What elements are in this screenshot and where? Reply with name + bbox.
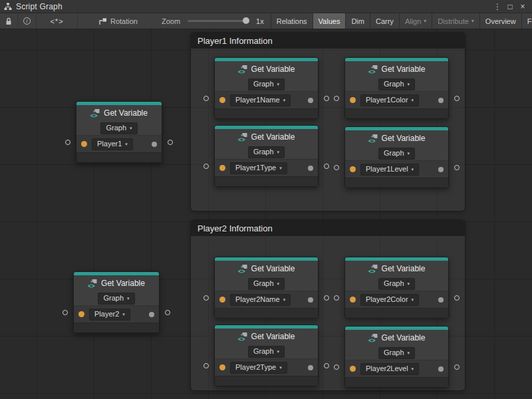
node-player2level[interactable]: <> Get Variable Graph Player2Level <box>344 326 449 388</box>
input-port-ring[interactable] <box>63 310 68 315</box>
name-input-port[interactable] <box>219 165 225 171</box>
values-button[interactable]: Values <box>313 13 346 29</box>
window-menu-icon[interactable]: ⋮ <box>492 1 503 12</box>
name-input-port[interactable] <box>219 364 225 370</box>
variable-name-dropdown[interactable]: Player1Type <box>230 162 287 174</box>
output-port-ring[interactable] <box>324 363 329 368</box>
node-player1name[interactable]: <> Get Variable Graph Player1Name <box>214 57 319 119</box>
group-header[interactable]: Player1 Information <box>191 33 465 49</box>
input-port-ring[interactable] <box>334 364 339 370</box>
variable-kind-dropdown[interactable]: Graph <box>248 346 285 358</box>
node-title: Get Variable <box>104 108 148 118</box>
variable-name-dropdown[interactable]: Player2Color <box>360 294 419 306</box>
output-port-ring[interactable] <box>324 164 329 169</box>
fallback-port[interactable] <box>438 167 444 172</box>
close-icon[interactable]: × <box>517 1 528 12</box>
input-port-ring[interactable] <box>203 96 209 101</box>
output-port-ring[interactable] <box>454 96 460 101</box>
variable-name-dropdown[interactable]: Player1Level <box>360 164 419 176</box>
variable-kind-dropdown[interactable]: Graph <box>248 278 285 290</box>
svg-text:<>: <> <box>238 136 245 142</box>
fallback-port[interactable] <box>308 98 313 103</box>
node-player2type[interactable]: <> Get Variable Graph Player2Type <box>214 325 319 386</box>
output-port-ring[interactable] <box>324 295 329 301</box>
fallback-port[interactable] <box>308 166 313 171</box>
fallback-port[interactable] <box>152 142 157 147</box>
node-player2color[interactable]: <> Get Variable Graph Player2Color <box>344 257 449 319</box>
zoom-slider-handle[interactable] <box>243 17 249 24</box>
fallback-port[interactable] <box>438 297 444 303</box>
node-title: Get Variable <box>382 264 426 273</box>
variable-name-dropdown[interactable]: Player2Name <box>230 294 291 306</box>
lock-button[interactable] <box>0 13 18 29</box>
align-dropdown[interactable]: Align <box>399 13 432 29</box>
variable-name-dropdown[interactable]: Player1Name <box>230 94 291 106</box>
window-titlebar: Script Graph ⋮ □ × <box>0 0 532 13</box>
fallback-port[interactable] <box>308 365 313 370</box>
output-port-ring[interactable] <box>454 295 460 301</box>
fallback-port[interactable] <box>438 98 444 103</box>
input-port-ring[interactable] <box>334 165 339 170</box>
fallback-port[interactable] <box>438 366 444 372</box>
node-player2name[interactable]: <> Get Variable Graph Player2Name <box>214 257 319 319</box>
variable-name-dropdown[interactable]: Player1Color <box>360 94 419 106</box>
edit-graph-button[interactable]: <*> <box>37 13 78 29</box>
name-input-port[interactable] <box>78 311 84 317</box>
node-player1level[interactable]: <> Get Variable Graph Player1Level <box>344 126 449 188</box>
zoom-label: Zoom <box>162 17 180 25</box>
graph-canvas[interactable]: Player1 Information Player2 Information … <box>0 29 532 399</box>
name-input-port[interactable] <box>350 166 356 172</box>
input-port-ring[interactable] <box>65 140 70 145</box>
node-title: Get Variable <box>382 65 426 74</box>
fallback-port[interactable] <box>149 312 154 317</box>
info-button[interactable]: i <box>18 13 37 29</box>
node-title: Get Variable <box>382 333 426 342</box>
node-player1[interactable]: <> Get Variable Graph Player1 <box>76 101 162 163</box>
fallback-port[interactable] <box>308 297 313 303</box>
variable-kind-dropdown[interactable]: Graph <box>378 278 415 290</box>
full-screen-button[interactable]: Full Screen <box>521 13 532 29</box>
get-variable-icon: <> <box>368 264 378 274</box>
dim-button[interactable]: Dim <box>345 13 370 29</box>
input-port-ring[interactable] <box>203 164 209 169</box>
input-port-ring[interactable] <box>334 295 339 301</box>
name-input-port[interactable] <box>219 97 225 103</box>
variable-kind-dropdown[interactable]: Graph <box>378 78 415 90</box>
name-input-port[interactable] <box>81 141 87 147</box>
node-title: Get Variable <box>251 65 295 74</box>
node-player1color[interactable]: <> Get Variable Graph Player1Color <box>344 57 449 119</box>
svg-text:<>: <> <box>238 68 245 74</box>
name-input-port[interactable] <box>350 297 356 303</box>
name-input-port[interactable] <box>350 97 356 103</box>
output-port-ring[interactable] <box>454 364 460 370</box>
overview-button[interactable]: Overview <box>479 13 521 29</box>
variable-name-dropdown[interactable]: Player2Type <box>230 362 287 374</box>
relations-button[interactable]: Relations <box>271 13 313 29</box>
output-port-ring[interactable] <box>168 140 173 145</box>
input-port-ring[interactable] <box>203 295 209 301</box>
distribute-dropdown[interactable]: Distribute <box>432 13 479 29</box>
variable-kind-dropdown[interactable]: Graph <box>378 347 415 359</box>
output-port-ring[interactable] <box>324 96 329 101</box>
node-player1type[interactable]: <> Get Variable Graph Player1Type <box>214 125 319 187</box>
name-input-port[interactable] <box>219 297 225 303</box>
name-input-port[interactable] <box>350 366 356 372</box>
input-port-ring[interactable] <box>334 96 339 101</box>
variable-name-dropdown[interactable]: Player1 <box>92 138 133 150</box>
maximize-icon[interactable]: □ <box>505 1 515 12</box>
output-port-ring[interactable] <box>454 165 460 170</box>
output-port-ring[interactable] <box>165 310 170 315</box>
variable-kind-dropdown[interactable]: Graph <box>248 146 285 158</box>
kind-label: Graph <box>103 294 124 303</box>
variable-kind-dropdown[interactable]: Graph <box>378 148 415 160</box>
group-header[interactable]: Player2 Information <box>191 220 465 236</box>
variable-name-dropdown[interactable]: Player2Level <box>360 363 419 375</box>
variable-kind-dropdown[interactable]: Graph <box>100 122 137 134</box>
zoom-slider[interactable] <box>188 20 249 22</box>
variable-kind-dropdown[interactable]: Graph <box>248 78 285 90</box>
carry-button[interactable]: Carry <box>370 13 399 29</box>
variable-kind-dropdown[interactable]: Graph <box>98 293 134 305</box>
node-player2[interactable]: <> Get Variable Graph Player2 <box>73 271 160 333</box>
variable-name-dropdown[interactable]: Player2 <box>89 309 130 321</box>
input-port-ring[interactable] <box>203 363 209 368</box>
